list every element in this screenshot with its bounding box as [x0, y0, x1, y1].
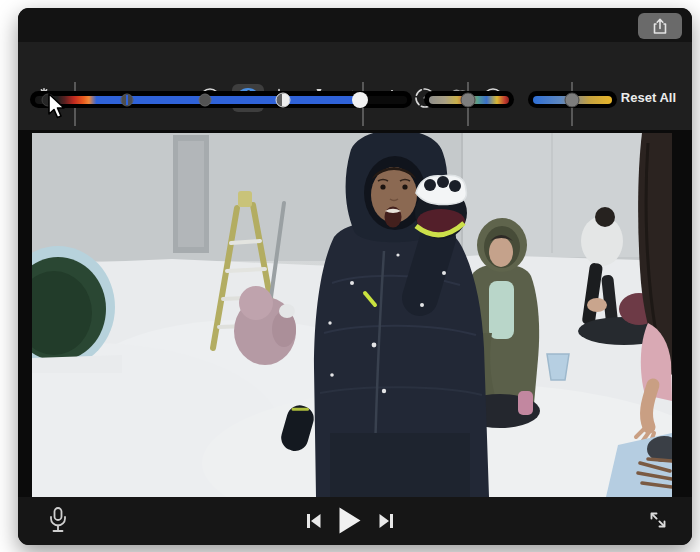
saturation-handle[interactable] — [461, 92, 476, 107]
video-frame[interactable] — [32, 133, 672, 497]
titlebar — [18, 8, 692, 42]
expand-icon — [648, 510, 668, 530]
temperature-handle[interactable] — [564, 92, 579, 107]
voiceover-button[interactable] — [44, 506, 72, 536]
highlights-handle[interactable] — [352, 92, 368, 108]
shadows-handle[interactable] — [41, 93, 54, 106]
next-frame-icon — [378, 511, 396, 531]
brightness-handle[interactable] — [275, 92, 290, 107]
low-mid-handle[interactable] — [121, 93, 134, 106]
blue-bucket — [547, 354, 569, 380]
previous-frame-icon — [305, 511, 323, 531]
next-frame-button[interactable] — [378, 511, 396, 531]
temperature-slider[interactable] — [528, 78, 617, 128]
share-icon — [652, 18, 668, 35]
color-multi-slider[interactable] — [30, 78, 412, 128]
reset-all-button[interactable]: Reset All — [621, 90, 676, 105]
play-button[interactable] — [339, 507, 362, 534]
microphone-icon — [47, 506, 69, 534]
saturation-slider[interactable] — [424, 78, 514, 128]
imovie-window: Reset All Reset — [18, 8, 692, 545]
play-icon — [339, 507, 362, 534]
video-viewer — [18, 130, 692, 497]
page-background: Reset All Reset — [0, 0, 700, 552]
transport-controls — [305, 507, 396, 534]
playback-bar — [18, 497, 692, 545]
mid-handle[interactable] — [198, 93, 211, 106]
previous-frame-button[interactable] — [305, 511, 323, 531]
share-button[interactable] — [638, 13, 682, 39]
snow-scene — [32, 133, 672, 497]
fullscreen-button[interactable] — [646, 509, 670, 533]
